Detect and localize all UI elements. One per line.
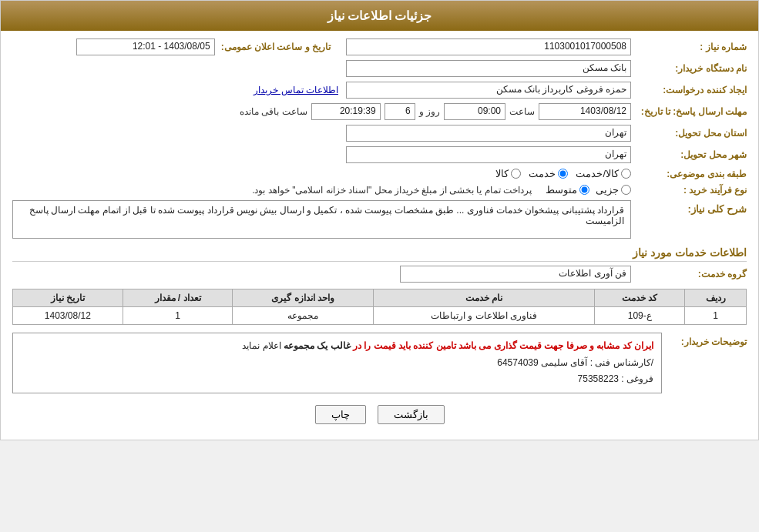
category-option-kala: کالا [495, 168, 521, 179]
category-option-kala-khedmat: کالا/خدمت [576, 168, 631, 179]
request-number-label: شماره نیاز : [631, 42, 747, 52]
province-label: استان محل تحویل: [631, 128, 747, 139]
services-section-title: اطلاعات خدمات مورد نیاز [12, 246, 747, 262]
col-code: کد خدمت [595, 289, 685, 307]
category-radio-khedmat[interactable] [558, 169, 568, 179]
col-date: تاریخ نیاز [13, 289, 123, 307]
deadline-time-field: 09:00 [444, 103, 505, 120]
back-button[interactable]: بازگشت [378, 405, 445, 424]
province-field: تهران [346, 125, 631, 142]
service-group-field: فن آوری اطلاعات [400, 266, 631, 283]
cell-date: 1403/08/12 [13, 307, 123, 325]
col-unit: واحد اندازه گیری [233, 289, 374, 307]
cell-unit: مجموعه [233, 307, 374, 325]
table-row: 1 ع-109 فناوری اطلاعات و ارتباطات مجموعه… [13, 307, 747, 325]
process-type-row: نوع فرآیند خرید : جزیی متوسط پرداخت تمام… [12, 184, 747, 196]
deadline-time-label: ساعت [509, 106, 535, 117]
request-number-row: شماره نیاز : 1103001017000508 تاریخ و سا… [12, 38, 747, 55]
category-row: طبقه بندی موضوعی: کالا/خدمت خدمت کالا [12, 168, 747, 179]
col-name: نام خدمت [374, 289, 595, 307]
category-radio-kala[interactable] [511, 169, 521, 179]
description-field: قرارداد پشتیبانی پیشخوان خدمات فناوری ..… [12, 200, 631, 239]
requester-label: ایجاد کننده درخواست: [631, 85, 747, 95]
announce-field: 1403/08/05 - 12:01 [76, 38, 215, 55]
process-radio-jozi[interactable] [621, 185, 631, 195]
deadline-date-field: 1403/08/12 [539, 103, 631, 120]
cell-quantity: 1 [123, 307, 233, 325]
content-area: شماره نیاز : 1103001017000508 تاریخ و سا… [1, 31, 758, 440]
process-option-motavasset: متوسط [546, 184, 589, 196]
buyer-org-row: نام دستگاه خریدار: بانک مسکن [12, 60, 747, 77]
deadline-row: مهلت ارسال پاسخ: تا تاریخ: 1403/08/12 سا… [12, 103, 747, 120]
buyer-notes-line1: ایران کد مشابه و صرفا جهت قیمت گذاری می … [21, 338, 653, 355]
buyer-notes-field: ایران کد مشابه و صرفا جهت قیمت گذاری می … [12, 333, 662, 393]
category-radio-group: کالا/خدمت خدمت کالا [495, 168, 631, 179]
cell-code: ع-109 [595, 307, 685, 325]
service-group-label: گروه خدمت: [631, 269, 747, 279]
page-wrapper: جزئیات اطلاعات نیاز شماره نیاز : 1103001… [0, 0, 759, 440]
province-row: استان محل تحویل: تهران [12, 125, 747, 142]
process-type-label: نوع فرآیند خرید : [631, 185, 747, 196]
buyer-notes-section: توضیحات خریدار: ایران کد مشابه و صرفا جه… [12, 333, 747, 393]
process-radio-motavasset[interactable] [579, 185, 589, 195]
process-radio-group: جزیی متوسط پرداخت تمام یا بخشی از مبلغ خ… [12, 184, 631, 196]
category-option-khedmat: خدمت [529, 168, 568, 179]
deadline-remaining-label: ساعت باقی مانده [240, 106, 307, 117]
city-field: تهران [346, 146, 631, 163]
requester-field: حمزه فروغی کاربرداز بانک مسکن [346, 82, 631, 99]
city-label: شهر محل تحویل: [631, 149, 747, 160]
deadline-day-label: روز و [419, 106, 440, 117]
buyer-notes-line2: /کارشناس فنی : آقای سلیمی 64574039 [21, 355, 653, 372]
deadline-days-field: 6 [385, 103, 415, 120]
cell-row: 1 [685, 307, 747, 325]
request-number-field: 1103001017000508 [346, 38, 631, 55]
description-section: شرح کلی نیاز: قرارداد پشتیبانی پیشخوان خ… [12, 200, 747, 239]
buttons-row: بازگشت چاپ [12, 405, 747, 424]
deadline-remaining-field: 20:19:39 [311, 103, 381, 120]
buyer-org-label: نام دستگاه خریدار: [631, 63, 747, 74]
col-row: ردیف [685, 289, 747, 307]
col-quantity: تعداد / مقدار [123, 289, 233, 307]
service-group-row: گروه خدمت: فن آوری اطلاعات [12, 266, 747, 283]
buyer-notes-line3: فروغی : 75358223 [21, 371, 653, 388]
print-button[interactable]: چاپ [315, 405, 366, 424]
category-radio-kala-khedmat[interactable] [621, 169, 631, 179]
description-label: شرح کلی نیاز: [631, 200, 747, 215]
requester-row: ایجاد کننده درخواست: حمزه فروغی کاربرداز… [12, 82, 747, 99]
process-option-jozi: جزیی [596, 184, 631, 196]
page-header: جزئیات اطلاعات نیاز [1, 1, 758, 31]
announce-label: تاریخ و ساعت اعلان عمومی: [215, 42, 331, 52]
city-row: شهر محل تحویل: تهران [12, 146, 747, 163]
category-label: طبقه بندی موضوعی: [631, 169, 747, 179]
deadline-label: مهلت ارسال پاسخ: تا تاریخ: [631, 106, 747, 117]
buyer-notes-label: توضیحات خریدار: [662, 333, 747, 347]
contact-info-link[interactable]: اطلاعات تماس خریدار [254, 85, 338, 95]
process-note: پرداخت تمام یا بخشی از مبلغ خریداز محل "… [252, 185, 532, 196]
services-table: ردیف کد خدمت نام خدمت واحد اندازه گیری ت… [12, 289, 747, 325]
buyer-org-field: بانک مسکن [346, 60, 631, 77]
page-title: جزئیات اطلاعات نیاز [327, 9, 432, 22]
cell-name: فناوری اطلاعات و ارتباطات [374, 307, 595, 325]
